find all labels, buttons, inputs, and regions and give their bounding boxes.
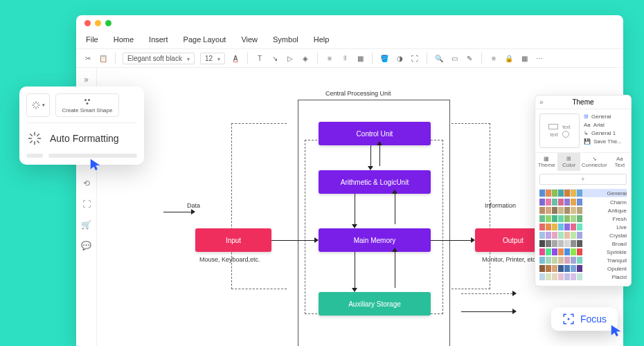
- cart-icon[interactable]: 🛒: [80, 219, 93, 231]
- cursor-icon: [609, 324, 625, 339]
- auto-formatting-label[interactable]: Auto Formatting: [50, 133, 119, 144]
- svg-point-10: [87, 102, 89, 104]
- history-icon[interactable]: ⟲: [80, 177, 93, 190]
- shadow-icon[interactable]: ◑: [395, 53, 404, 63]
- palette-row[interactable]: Charm: [539, 199, 627, 206]
- tab-color[interactable]: ⊞Color: [557, 153, 580, 171]
- prop-connector[interactable]: ↳General 1: [584, 130, 627, 136]
- clipboard-icon[interactable]: 📋: [98, 53, 108, 63]
- svg-point-9: [88, 99, 90, 101]
- menu-view[interactable]: View: [241, 35, 258, 44]
- focus-button[interactable]: Focus: [551, 307, 618, 331]
- toolbar: ✂ 📋 Elegant soft black 12 A T ↘ ▷ ◈ ≡ ⫴ …: [76, 48, 623, 68]
- create-smart-shape-button[interactable]: Create Smart Shape: [55, 93, 119, 117]
- tab-theme[interactable]: ▦Theme: [535, 153, 557, 171]
- inner-frame-1: [305, 140, 443, 314]
- theme-panel: » Theme text text ⊞General AaArial ↳Gene…: [535, 95, 632, 286]
- tab-text[interactable]: AaText: [609, 153, 631, 171]
- smart-shape-icon: [83, 98, 91, 106]
- cut-icon[interactable]: ✂: [83, 53, 93, 63]
- text-tool-icon[interactable]: T: [255, 53, 265, 63]
- collapse-icon[interactable]: »: [539, 98, 544, 106]
- palette-row[interactable]: Crystal: [539, 232, 627, 239]
- maximize-icon[interactable]: [105, 20, 111, 26]
- menu-file[interactable]: File: [86, 35, 98, 44]
- auto-formatting-card: ▾ Create Smart Shape Auto Formatting: [19, 86, 144, 165]
- line-style-icon[interactable]: ≡: [489, 53, 499, 63]
- svg-line-7: [37, 102, 39, 104]
- control-unit-node[interactable]: Control Unit: [319, 122, 431, 145]
- palette-row[interactable]: Broad: [539, 240, 627, 247]
- dashed-left: [231, 123, 287, 289]
- svg-line-15: [30, 134, 32, 136]
- palette-row[interactable]: Opulent: [539, 265, 627, 272]
- group-icon[interactable]: ▦: [355, 53, 365, 63]
- cpu-title: Central Processing Unit: [325, 90, 391, 97]
- main-memory-node[interactable]: Main Memory: [319, 228, 431, 252]
- svg-line-16: [37, 140, 39, 143]
- fill-icon[interactable]: 🪣: [379, 53, 389, 63]
- input-caption: Mouse, Keyboard,etc.: [199, 256, 260, 263]
- input-node[interactable]: Input: [195, 228, 271, 252]
- theme-header: » Theme: [535, 95, 631, 109]
- minimize-icon[interactable]: [95, 20, 101, 26]
- titlebar: [76, 15, 623, 30]
- distribute-icon[interactable]: ⫴: [340, 53, 350, 63]
- svg-point-8: [84, 99, 87, 101]
- alu-node[interactable]: Arithmetic & LogicUnit: [319, 170, 431, 194]
- cursor-icon: [89, 158, 104, 173]
- palette-row[interactable]: General: [539, 189, 627, 197]
- palette-row[interactable]: Placid: [539, 273, 627, 280]
- add-theme-button[interactable]: +: [539, 174, 627, 185]
- layers-icon[interactable]: ◈: [301, 53, 310, 63]
- palette-row[interactable]: Tranquil: [539, 257, 627, 264]
- menu-insert[interactable]: Insert: [149, 35, 168, 44]
- close-icon[interactable]: [84, 20, 91, 26]
- auto-format-icon: [26, 130, 43, 147]
- prop-general[interactable]: ⊞General: [584, 113, 627, 120]
- palette-row[interactable]: Live: [539, 224, 627, 230]
- font-color-icon[interactable]: A: [231, 53, 240, 63]
- sparkle-icon: [31, 100, 41, 110]
- svg-line-6: [33, 107, 35, 108]
- theme-preview[interactable]: text text: [539, 113, 580, 148]
- aux-storage-node[interactable]: Auxiliary Storage: [319, 292, 431, 316]
- menubar: File Home Insert Page Layout View Symbol…: [76, 30, 623, 48]
- output-caption: Monitor, Printer, etc.: [482, 256, 537, 263]
- svg-point-19: [567, 318, 569, 320]
- grid-icon[interactable]: ▦: [519, 53, 529, 63]
- focus-icon: [562, 313, 575, 325]
- font-size-select[interactable]: 12: [200, 53, 225, 64]
- font-select[interactable]: Elegant soft black: [123, 53, 195, 64]
- svg-line-18: [37, 134, 39, 136]
- palette-row[interactable]: Fresh: [539, 215, 627, 222]
- prop-save[interactable]: 💾Save The...: [584, 138, 627, 145]
- lock-icon[interactable]: 🔒: [504, 53, 514, 63]
- tab-connector[interactable]: ↘Connector: [580, 153, 609, 171]
- svg-line-17: [30, 140, 32, 143]
- menu-help[interactable]: Help: [314, 35, 330, 44]
- preview-icon[interactable]: ▭: [449, 53, 459, 63]
- comment-icon[interactable]: 💬: [80, 239, 93, 252]
- data-label: Data: [187, 202, 200, 209]
- align-icon[interactable]: ≡: [325, 53, 334, 63]
- palette-row[interactable]: Antique: [539, 207, 627, 214]
- palette-row[interactable]: Sprinkle: [539, 248, 627, 255]
- menu-page-layout[interactable]: Page Layout: [184, 35, 226, 44]
- palette-list: GeneralCharmAntiqueFreshLiveCrystalBroad…: [535, 188, 631, 286]
- smart-shape-tile-1[interactable]: ▾: [26, 93, 50, 117]
- prop-font[interactable]: AaArial: [584, 122, 627, 128]
- search-icon[interactable]: 🔍: [434, 53, 444, 63]
- info-label: Information: [485, 202, 516, 209]
- svg-line-5: [37, 107, 39, 108]
- menu-symbol[interactable]: Symbol: [273, 35, 298, 44]
- more-icon[interactable]: ⋯: [535, 53, 544, 63]
- expand-icon[interactable]: »: [80, 73, 93, 86]
- pen-icon[interactable]: ✎: [465, 53, 474, 63]
- menu-home[interactable]: Home: [114, 35, 134, 44]
- crop-icon[interactable]: ⛶: [410, 53, 420, 63]
- connector-icon[interactable]: ↘: [270, 53, 280, 63]
- pointer-icon[interactable]: ▷: [285, 53, 295, 63]
- fullscreen-icon[interactable]: ⛶: [80, 198, 93, 210]
- svg-line-4: [33, 102, 35, 104]
